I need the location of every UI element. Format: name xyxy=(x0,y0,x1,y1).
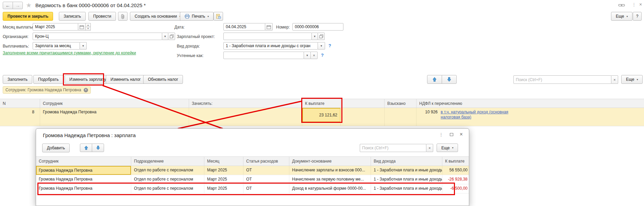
cell-to-pay[interactable]: 56 550,00 xyxy=(442,166,469,175)
active-cell-employee[interactable]: Громова Надежда Петровна xyxy=(36,166,131,175)
attachments-button[interactable] xyxy=(118,12,128,21)
employee-filter-chip[interactable]: Сотрудник: Громова Надежда Петровна × xyxy=(3,86,91,94)
income-type-dropdown-button[interactable]: ▾ xyxy=(318,42,325,50)
change-tax-button[interactable]: Изменить налог xyxy=(106,75,146,84)
link-icon[interactable] xyxy=(618,3,625,7)
dialog-search-input[interactable] xyxy=(360,144,426,152)
favorite-star-icon[interactable]: ★ xyxy=(26,1,32,9)
close-window-icon[interactable]: × xyxy=(639,2,642,7)
dialog-col-income-type[interactable]: Вид дохода xyxy=(371,157,442,166)
cell-base-document[interactable]: Начисление зарплаты и взносов 000... xyxy=(289,166,371,175)
cell-expense-item[interactable]: ОТ xyxy=(243,184,289,193)
fill-button[interactable]: Заполнить xyxy=(3,75,32,84)
month-field-input[interactable] xyxy=(33,23,78,31)
dialog-col-expense-item[interactable]: Статья расходов xyxy=(243,157,289,166)
form-more-button[interactable]: Еще▾ xyxy=(611,12,632,21)
move-row-up-button[interactable] xyxy=(427,75,442,84)
natural-income-link[interactable]: в т.ч. натуральный доход (основная налог… xyxy=(441,110,524,126)
kebab-menu-icon[interactable]: ⋮ xyxy=(632,2,636,7)
dialog-col-department[interactable]: Подразделение xyxy=(131,157,204,166)
dialog-search-clear-button[interactable]: × xyxy=(426,144,433,152)
refresh-tax-button[interactable]: Обновить налог xyxy=(143,75,183,84)
dialog-more-button[interactable]: Еще▾ xyxy=(437,144,458,152)
create-based-on-button[interactable]: Создать на основании▾ xyxy=(130,12,186,21)
dialog-move-up-button[interactable] xyxy=(80,144,92,152)
dialog-col-month[interactable]: Месяц xyxy=(204,157,243,166)
nav-forward-button[interactable]: → xyxy=(13,2,23,9)
main-col-withheld[interactable]: Взыскано xyxy=(385,99,417,108)
cell-credit[interactable] xyxy=(189,108,302,126)
active-cell-to-pay[interactable]: 23 121,62 xyxy=(302,108,341,122)
change-salary-button[interactable]: Изменить зарплату xyxy=(65,75,111,84)
organization-dropdown-button[interactable]: ▾ xyxy=(162,33,168,40)
dialog-add-button[interactable]: Добавить xyxy=(42,144,70,152)
cell-expense-item[interactable]: ОТ xyxy=(243,166,289,175)
move-row-down-button[interactable] xyxy=(442,75,457,84)
pick-button[interactable]: Подобрать xyxy=(33,75,63,84)
income-type-field-input[interactable] xyxy=(223,42,318,50)
dialog-table-row[interactable]: Громова Надежда Петровна Отдел по работе… xyxy=(36,175,469,184)
accounted-as-clear-button[interactable]: × xyxy=(310,52,318,59)
organization-choose-button[interactable] xyxy=(168,33,175,40)
pay-type-field-input[interactable] xyxy=(33,42,80,50)
cell-month[interactable]: Март 2025 xyxy=(204,166,243,175)
dialog-move-down-button[interactable] xyxy=(92,144,104,152)
month-spinner[interactable]: ▲ ▼ xyxy=(85,23,91,31)
post-button[interactable]: Провести xyxy=(88,12,116,21)
number-field-input[interactable] xyxy=(292,23,343,31)
cell-base-document[interactable]: Начисление за первую половину ме... xyxy=(289,175,371,184)
income-type-help-icon[interactable]: ? xyxy=(328,43,331,48)
cell-month[interactable]: Март 2025 xyxy=(204,184,243,193)
table-search-clear-button[interactable]: × xyxy=(611,75,618,84)
post-and-close-button[interactable]: Провести и закрыть xyxy=(3,12,53,21)
cell-department[interactable]: Отдел по работе с персоналом xyxy=(131,184,204,193)
dialog-maximize-icon[interactable] xyxy=(450,133,453,136)
dialog-col-employee[interactable]: Сотрудник xyxy=(36,157,131,166)
cell-income-type[interactable]: 1 - Заработная плата и иные доходы с ог.… xyxy=(371,166,442,175)
spinner-down-icon[interactable]: ▼ xyxy=(85,27,91,31)
cell-department[interactable]: Отдел по работе с персоналом xyxy=(131,166,204,175)
document-register-button[interactable] xyxy=(214,12,223,21)
cell-department[interactable]: Отдел по работе с персоналом xyxy=(131,175,204,184)
help-button[interactable]: ? xyxy=(633,12,642,21)
cell-base-document[interactable]: Доход в натуральной форме 0000-00... xyxy=(289,184,371,193)
cell-to-pay[interactable]: -26 928,38 xyxy=(442,175,469,184)
date-calendar-button[interactable] xyxy=(265,23,273,31)
organization-field-input[interactable] xyxy=(33,33,162,40)
main-col-n[interactable]: N xyxy=(0,99,40,108)
save-button[interactable]: Записать xyxy=(59,12,86,21)
dialog-table-row[interactable]: Громова Надежда Петровна Отдел по работе… xyxy=(36,166,469,175)
main-col-employee[interactable]: Сотрудник xyxy=(40,99,189,108)
cell-unnamed[interactable] xyxy=(341,108,385,126)
fill-settings-link[interactable]: Заполнение всеми причитающимися суммами,… xyxy=(3,50,150,56)
salary-project-field-input[interactable] xyxy=(223,33,312,40)
salary-project-dropdown-button[interactable]: ▾ xyxy=(311,33,318,40)
table-more-button[interactable]: Еще▾ xyxy=(621,75,643,84)
table-search-input[interactable] xyxy=(513,75,611,84)
cell-month[interactable]: Март 2025 xyxy=(204,175,243,184)
nav-back-button[interactable]: ← xyxy=(3,2,13,9)
cell-employee[interactable]: Громова Надежда Петровна xyxy=(36,166,131,175)
dialog-col-base-document[interactable]: Документ-основание xyxy=(289,157,371,166)
cell-ndfl[interactable]: 10 926 в т.ч. натуральный доход (основна… xyxy=(417,108,644,126)
main-col-ndfl[interactable]: НДФЛ к перечислению xyxy=(417,99,644,108)
main-table-row[interactable]: 8 Громова Надежда Петровна 23 121,62 10 … xyxy=(0,108,644,126)
month-calendar-button[interactable] xyxy=(78,23,86,31)
dialog-col-to-pay[interactable]: К выплате xyxy=(442,157,469,166)
main-col-to-pay[interactable]: К выплате xyxy=(302,99,341,108)
dialog-close-icon[interactable]: × xyxy=(460,131,463,137)
accounted-as-field-input[interactable] xyxy=(223,52,304,59)
main-col-credit[interactable]: Зачислять: xyxy=(189,99,302,108)
cell-income-type[interactable]: 1 - Заработная плата и иные доходы с ог.… xyxy=(371,175,442,184)
cell-to-pay[interactable]: 23 121,62 xyxy=(302,108,341,126)
accounted-as-dropdown-button[interactable]: ▾ xyxy=(304,52,311,59)
cell-withheld[interactable] xyxy=(385,108,417,126)
date-field-input[interactable] xyxy=(223,23,265,31)
print-button[interactable]: Печать▾ xyxy=(180,12,214,21)
cell-employee[interactable]: Громова Надежда Петровна xyxy=(36,184,131,193)
dialog-table-row[interactable]: Громова Надежда Петровна Отдел по работе… xyxy=(36,184,469,193)
cell-income-type[interactable]: 1 - Заработная плата и иные доходы с ог.… xyxy=(371,184,442,193)
main-col-unnamed[interactable] xyxy=(341,99,385,108)
pay-type-dropdown-button[interactable]: ▾ xyxy=(80,42,87,50)
dialog-kebab-menu-icon[interactable]: ⋮ xyxy=(439,132,443,137)
